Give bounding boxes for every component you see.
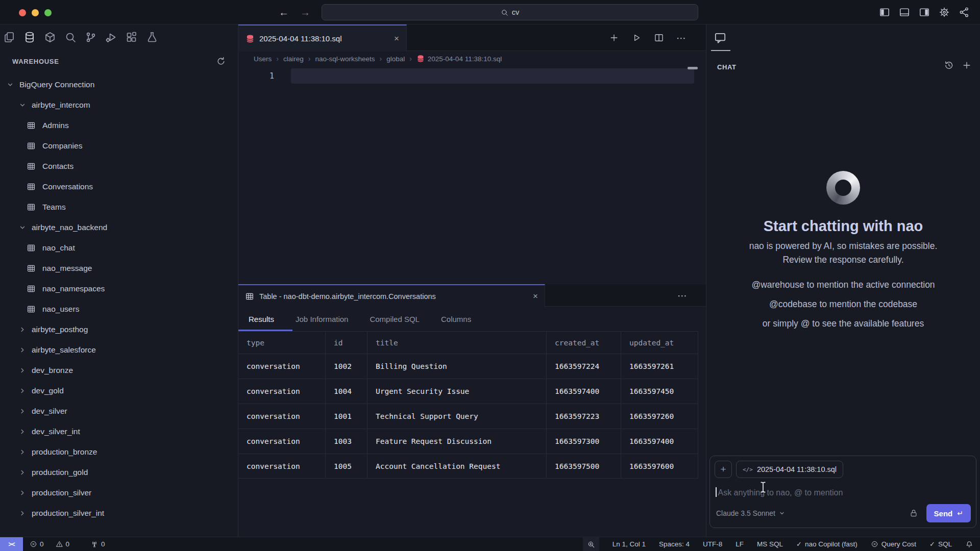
breadcrumb-item[interactable]: nao-sql-worksheets (315, 55, 375, 63)
lock-icon[interactable] (909, 509, 918, 518)
breadcrumb-item[interactable]: claireg (283, 55, 304, 63)
table-row[interactable]: conversation 1001 Technical Support Quer… (238, 404, 698, 429)
run-query-icon[interactable] (631, 33, 642, 43)
tab-results[interactable]: Results (249, 315, 274, 323)
tree-item-table[interactable]: Conversations (0, 177, 238, 197)
sql-status[interactable]: ✓ SQL (929, 540, 952, 548)
cube-package-icon[interactable] (44, 31, 56, 43)
table-icon (27, 121, 36, 130)
tab-job-information[interactable]: Job Information (296, 315, 348, 323)
check-icon: ✓ (929, 540, 935, 548)
tree-item-schema[interactable]: airbyte_salesforce (0, 340, 238, 360)
maximize-window-button[interactable] (44, 9, 52, 16)
history-back-button[interactable]: ← (279, 7, 289, 18)
tree-item-schema[interactable]: production_silver (0, 483, 238, 503)
table-row[interactable]: conversation 1003 Feature Request Discus… (238, 429, 698, 454)
database-icon[interactable] (23, 31, 36, 43)
chat-history-icon[interactable] (944, 60, 954, 70)
tree-item-schema[interactable]: production_bronze (0, 442, 238, 462)
code-editor[interactable]: 1 (238, 66, 706, 284)
minimize-window-button[interactable] (32, 9, 39, 16)
column-header[interactable]: type (238, 332, 326, 354)
search-icon (501, 9, 508, 16)
column-header[interactable]: title (368, 332, 547, 354)
copilot-status[interactable]: ✓ nao Copilot (fast) (796, 540, 857, 548)
extensions-icon[interactable] (126, 31, 138, 43)
tree-item-table[interactable]: Contacts (0, 156, 238, 177)
share-graph-icon[interactable] (959, 7, 970, 18)
tree-item-table[interactable]: nao_chat (0, 238, 238, 258)
encoding[interactable]: UTF-8 (703, 540, 722, 548)
editor-more-actions-icon[interactable]: ⋯ (676, 33, 687, 43)
add-context-button[interactable]: + (715, 461, 732, 478)
files-copy-icon[interactable] (3, 31, 15, 43)
tree-item-table[interactable]: nao_message (0, 258, 238, 279)
breadcrumb-item-file[interactable]: 2025-04-04 11:38:10.sql (416, 55, 502, 63)
table-row[interactable]: conversation 1005 Account Cancellation R… (238, 454, 698, 479)
tree-item-table[interactable]: nao_namespaces (0, 279, 238, 299)
eol-type[interactable]: LF (736, 540, 744, 548)
cursor-position[interactable]: Ln 1, Col 1 (612, 540, 646, 548)
global-search-input[interactable]: cv (322, 4, 698, 20)
column-header[interactable]: updated_at (621, 332, 698, 354)
table-row[interactable]: conversation 1002 Billing Question 16635… (238, 354, 698, 379)
editor-scrollbar[interactable] (688, 67, 698, 69)
tab-columns[interactable]: Columns (441, 315, 471, 323)
close-panel-tab-icon[interactable]: × (533, 292, 538, 300)
close-tab-icon[interactable]: × (394, 34, 399, 43)
table-row[interactable]: conversation 1004 Urgent Security Issue … (238, 379, 698, 404)
model-picker[interactable]: Claude 3.5 Sonnet (716, 509, 785, 517)
git-branch-icon[interactable] (85, 31, 97, 43)
error-count[interactable]: 0 (40, 540, 44, 548)
sidebar-title: WAREHOUSE (12, 58, 59, 65)
tree-item-connection[interactable]: BigQuery Connection (0, 74, 238, 95)
indentation[interactable]: Spaces: 4 (659, 540, 690, 548)
tree-item-schema[interactable]: dev_silver (0, 401, 238, 421)
close-window-button[interactable] (19, 9, 26, 16)
run-debug-icon[interactable] (105, 31, 117, 43)
split-editor-icon[interactable] (654, 33, 664, 43)
zoom-indicator[interactable] (583, 537, 599, 551)
tree-item-schema[interactable]: dev_silver_int (0, 421, 238, 442)
tree-item-schema[interactable]: airbyte_nao_backend (0, 217, 238, 238)
chat-bubble-icon[interactable] (714, 31, 727, 44)
tree-item-schema[interactable]: production_gold (0, 462, 238, 483)
breadcrumb-item[interactable]: Users (254, 55, 272, 63)
gear-icon[interactable] (939, 7, 950, 18)
toggle-panel-icon[interactable] (899, 7, 910, 18)
tree-item-table[interactable]: Companies (0, 136, 238, 156)
beaker-icon[interactable] (146, 31, 158, 43)
search-view-icon[interactable] (64, 31, 77, 43)
chat-input[interactable]: Ask anything to nao, @ to mention (716, 487, 971, 497)
refresh-icon[interactable] (216, 56, 226, 66)
notifications-bell-icon[interactable] (965, 540, 973, 548)
history-forward-button[interactable]: → (300, 7, 310, 18)
tree-item-table[interactable]: Admins (0, 115, 238, 136)
tree-item-schema[interactable]: dev_gold (0, 381, 238, 401)
attached-file-chip[interactable]: </> 2025-04-04 11:38:10.sql (736, 461, 843, 478)
column-header[interactable]: id (326, 332, 368, 354)
editor-tab-active[interactable]: 2025-04-04 11:38:10.sql × (238, 24, 407, 52)
warning-count[interactable]: 0 (66, 540, 70, 548)
new-worksheet-icon[interactable] (609, 33, 619, 43)
column-header[interactable]: created_at (547, 332, 621, 354)
breadcrumb-item[interactable]: global (386, 55, 405, 63)
tree-item-table[interactable]: nao_users (0, 299, 238, 319)
query-cost[interactable]: Query Cost (871, 540, 916, 548)
port-count[interactable]: 0 (101, 540, 105, 548)
tab-compiled-sql[interactable]: Compiled SQL (370, 315, 420, 323)
tree-item-schema[interactable]: airbyte_intercom (0, 95, 238, 115)
send-button[interactable]: Send ↵ (926, 504, 971, 522)
results-panel-tab[interactable]: Table - nao-dbt-demo.airbyte_intercom.Co… (238, 284, 545, 307)
tree-item-table[interactable]: Teams (0, 197, 238, 217)
panel-more-actions-icon[interactable]: ⋯ (677, 291, 688, 300)
toggle-right-sidebar-icon[interactable] (919, 7, 930, 18)
remote-indicator[interactable]: >< (0, 537, 23, 551)
toggle-left-sidebar-icon[interactable] (879, 7, 890, 18)
tree-item-schema[interactable]: dev_bronze (0, 360, 238, 381)
tree-item-schema[interactable]: airbyte_posthog (0, 319, 238, 340)
results-table: type id title created_at updated_at conv… (238, 331, 698, 479)
tree-item-schema[interactable]: production_silver_int (0, 503, 238, 523)
language-mode[interactable]: MS SQL (757, 540, 783, 548)
new-chat-icon[interactable] (962, 60, 972, 70)
